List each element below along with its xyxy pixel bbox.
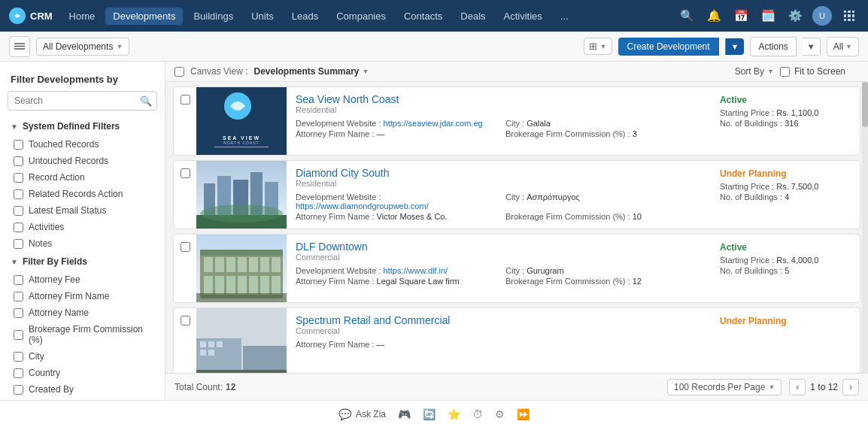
nav-buildings[interactable]: Buildings bbox=[186, 8, 241, 25]
record-checkbox[interactable] bbox=[181, 242, 190, 252]
record-name[interactable]: Spectrum Retail and Commercial bbox=[296, 314, 700, 326]
search-input[interactable] bbox=[8, 91, 157, 111]
nav-companies[interactable]: Companies bbox=[329, 8, 393, 25]
sidebar-filter-untouched-records[interactable]: Untouched Records bbox=[0, 153, 165, 169]
svg-rect-15 bbox=[200, 250, 283, 256]
all-developments-dropdown[interactable]: All Developments ▼ bbox=[36, 38, 129, 56]
clock-icon: ⏱ bbox=[472, 408, 483, 420]
field-filter-attorney-name[interactable]: Attorney Name bbox=[0, 304, 165, 321]
record-type: Commercial bbox=[296, 326, 700, 335]
field-filter-city[interactable]: City bbox=[0, 348, 165, 365]
record-city: City : Galala bbox=[505, 119, 700, 128]
zia-clock-icon-button[interactable]: ⏱ bbox=[472, 408, 483, 420]
ask-zia-button[interactable]: 💬 Ask Zia bbox=[338, 408, 386, 420]
system-filters-section[interactable]: ▼ System Defined Filters bbox=[0, 117, 165, 136]
record-brokerage: Brokerage Firm Commission (%) : 10 bbox=[505, 212, 700, 221]
field-filter-attorney-fee[interactable]: Attorney Fee bbox=[0, 271, 165, 288]
prev-page-button[interactable]: ‹ bbox=[789, 379, 806, 395]
view-toggle[interactable]: ⊞ ▼ bbox=[584, 38, 612, 55]
record-type: Residential bbox=[296, 179, 700, 188]
svg-rect-22 bbox=[272, 257, 281, 272]
num-buildings: No. of Buildings : 5 bbox=[720, 266, 789, 275]
svg-rect-33 bbox=[243, 346, 287, 373]
search-icon[interactable]: 🔍 bbox=[140, 95, 152, 107]
fit-to-screen-label[interactable]: Fit to Screen bbox=[794, 66, 845, 77]
record-checkbox[interactable] bbox=[181, 95, 190, 104]
canvas-select-arrow-icon: ▼ bbox=[363, 68, 369, 75]
nav-deals[interactable]: Deals bbox=[453, 8, 493, 25]
field-filter-country[interactable]: Country bbox=[0, 365, 165, 381]
record-name[interactable]: Sea View North Coast bbox=[296, 93, 700, 105]
scrollbar-thumb[interactable] bbox=[862, 82, 868, 127]
svg-rect-21 bbox=[260, 257, 269, 272]
field-filter-created-by[interactable]: Created By bbox=[0, 381, 165, 398]
nav-contacts[interactable]: Contacts bbox=[396, 8, 450, 25]
record-checkbox[interactable] bbox=[181, 168, 190, 178]
status-badge: Active bbox=[720, 95, 747, 105]
sidebar-filter-activities[interactable]: Activities bbox=[0, 219, 165, 235]
sidebar-filter-notes[interactable]: Notes bbox=[0, 235, 165, 252]
nav-developments[interactable]: Developments bbox=[105, 8, 183, 25]
record-name[interactable]: Diamond City South bbox=[296, 167, 700, 179]
nav-more[interactable]: ... bbox=[553, 8, 576, 25]
zia-star-icon-button[interactable]: ⭐ bbox=[448, 408, 460, 420]
search-icon[interactable]: 🔍 bbox=[677, 6, 697, 26]
nav-units[interactable]: Units bbox=[244, 8, 281, 25]
record-checkbox[interactable] bbox=[181, 316, 190, 326]
sidebar-filter-touched-records[interactable]: Touched Records bbox=[0, 136, 165, 153]
all-arrow-icon: ▼ bbox=[845, 43, 852, 50]
fit-to-screen-checkbox[interactable] bbox=[780, 67, 790, 77]
canvas-bar: Canvas View : Developments Summary ▼ Sor… bbox=[165, 62, 868, 82]
svg-rect-30 bbox=[196, 293, 287, 302]
settings-icon[interactable]: ⚙️ bbox=[785, 6, 805, 26]
sort-by-button[interactable]: Sort By ▼ bbox=[735, 66, 774, 77]
content-area: Canvas View : Developments Summary ▼ Sor… bbox=[165, 62, 868, 400]
canvas-view-select[interactable]: Developments Summary ▼ bbox=[253, 66, 369, 77]
nav-home[interactable]: Home bbox=[62, 8, 103, 25]
bell-icon[interactable]: 🔔 bbox=[704, 6, 724, 26]
record-checkbox-area bbox=[174, 308, 196, 373]
record-website: Development Website : https://seaview.jd… bbox=[296, 119, 490, 128]
records-per-page-dropdown[interactable]: 100 Records Per Page ▼ bbox=[667, 379, 782, 395]
field-filter-attorney-firm-name[interactable]: Attorney Firm Name bbox=[0, 288, 165, 304]
svg-rect-36 bbox=[217, 341, 223, 347]
sidebar-filter-related-records-action[interactable]: Related Records Action bbox=[0, 186, 165, 202]
all-button[interactable]: All ▼ bbox=[827, 37, 859, 56]
zia-settings-icon-button[interactable]: ⚙ bbox=[495, 408, 505, 420]
actions-dropdown-arrow[interactable]: ▼ bbox=[803, 38, 821, 56]
zia-game-icon-button[interactable]: 🎮 bbox=[398, 408, 411, 420]
create-development-arrow[interactable]: ▼ bbox=[725, 38, 745, 55]
record-type: Commercial bbox=[296, 253, 700, 262]
filter-toggle-button[interactable] bbox=[9, 36, 30, 57]
sidebar-filter-latest-email-status[interactable]: Latest Email Status bbox=[0, 202, 165, 219]
scrollbar-track[interactable] bbox=[862, 82, 868, 373]
select-all-checkbox[interactable] bbox=[175, 67, 184, 77]
main-toolbar: All Developments ▼ ⊞ ▼ Create Developmen… bbox=[0, 32, 868, 62]
record-brokerage: Brokerage Firm Commission (%) : 12 bbox=[505, 277, 700, 286]
actions-button[interactable]: Actions bbox=[750, 37, 796, 56]
zia-forward-icon-button[interactable]: ⏩ bbox=[517, 408, 530, 420]
create-development-button[interactable]: Create Development bbox=[618, 38, 719, 56]
sidebar: Filter Developments by 🔍 ▼ System Define… bbox=[0, 62, 165, 400]
user-avatar[interactable]: U bbox=[812, 6, 832, 26]
nav-activities[interactable]: Activities bbox=[496, 8, 550, 25]
app-logo[interactable]: CRM bbox=[9, 8, 53, 24]
record-name[interactable]: DLF Downtown bbox=[296, 241, 700, 253]
status-badge: Active bbox=[720, 242, 747, 253]
field-filter-brokerage-firm-commission-(%)[interactable]: Brokerage Firm Commission (%) bbox=[0, 321, 165, 348]
top-nav: CRM Home Developments Buildings Units Le… bbox=[0, 0, 868, 32]
fields-section[interactable]: ▼ Filter By Fields bbox=[0, 252, 165, 271]
sort-arrow-icon: ▼ bbox=[767, 68, 774, 75]
zia-refresh-icon-button[interactable]: 🔄 bbox=[423, 408, 436, 420]
grid-apps-icon[interactable] bbox=[839, 6, 859, 26]
nav-leads[interactable]: Leads bbox=[284, 8, 326, 25]
next-page-button[interactable]: › bbox=[842, 379, 859, 395]
svg-rect-28 bbox=[260, 276, 269, 295]
svg-rect-37 bbox=[200, 350, 206, 356]
record-checkbox-area bbox=[174, 161, 196, 229]
record-status-area: Active Starting Price : Rs. 4,000,0 No. … bbox=[709, 235, 860, 302]
record-type: Residential bbox=[296, 105, 700, 114]
calendar-icon[interactable]: 📅 bbox=[731, 6, 751, 26]
sidebar-filter-record-action[interactable]: Record Action bbox=[0, 169, 165, 186]
clock-icon[interactable]: 🗓️ bbox=[758, 6, 778, 26]
